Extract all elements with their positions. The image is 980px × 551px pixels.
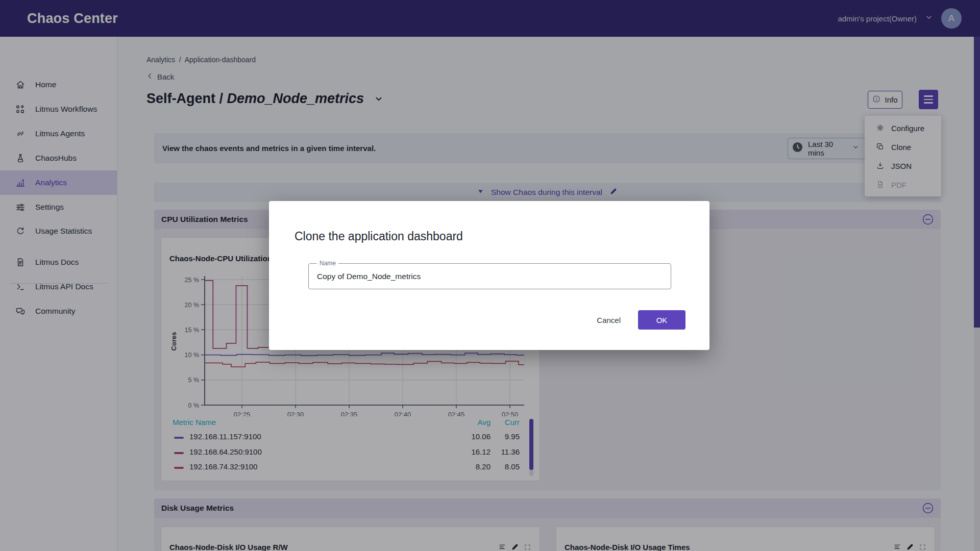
ok-button[interactable]: OK [638,310,685,330]
name-input-value: Copy of Demo_Node_metrics [317,264,421,289]
modal-title: Clone the application dashboard [295,230,463,243]
name-input[interactable]: Name Copy of Demo_Node_metrics [308,263,671,289]
cancel-button[interactable]: Cancel [597,316,621,324]
clone-dashboard-modal: Clone the application dashboard Name Cop… [269,201,709,350]
